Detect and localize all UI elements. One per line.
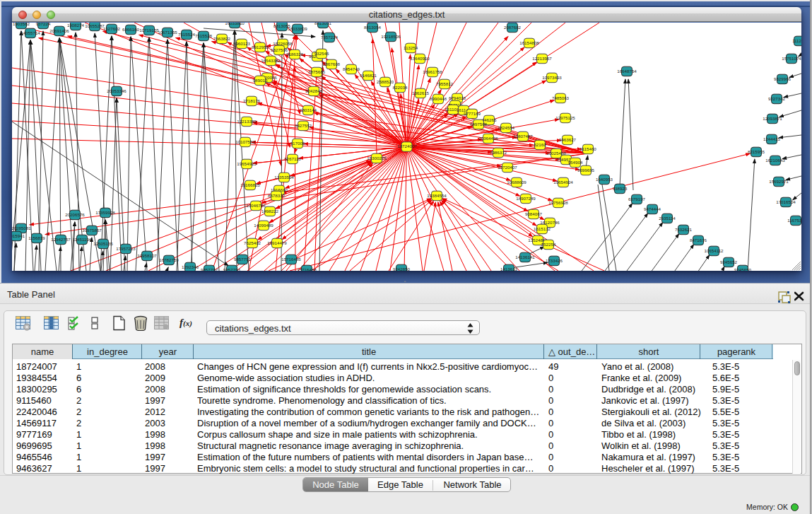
svg-text:10046786: 10046786 (246, 203, 266, 208)
svg-text:7632621: 7632621 (675, 227, 693, 232)
svg-text:3824554: 3824554 (498, 125, 515, 130)
svg-text:8813051: 8813051 (314, 23, 332, 25)
svg-text:16914479: 16914479 (267, 240, 287, 245)
svg-text:6794028: 6794028 (449, 95, 466, 100)
svg-text:2718176: 2718176 (243, 98, 261, 103)
svg-text:10671355: 10671355 (158, 30, 177, 35)
svg-text:16154808: 16154808 (519, 40, 539, 45)
svg-text:17957223: 17957223 (116, 246, 136, 251)
svg-text:9857791: 9857791 (234, 257, 252, 262)
svg-text:7663822: 7663822 (213, 36, 231, 41)
svg-text:10958107: 10958107 (137, 253, 157, 258)
svg-text:9227342: 9227342 (768, 96, 786, 101)
svg-text:8427552: 8427552 (295, 123, 312, 128)
svg-text:20691406: 20691406 (49, 28, 69, 33)
svg-text:938923: 938923 (613, 186, 628, 191)
svg-text:10655287: 10655287 (85, 23, 105, 28)
svg-text:15716485: 15716485 (281, 257, 301, 262)
svg-text:917006: 917006 (290, 141, 305, 146)
svg-text:15300275: 15300275 (367, 156, 387, 160)
svg-text:19166825: 19166825 (240, 182, 260, 187)
svg-text:15751074: 15751074 (782, 56, 801, 61)
svg-text:9242850: 9242850 (393, 267, 411, 271)
svg-text:14099489: 14099489 (254, 223, 273, 228)
svg-text:19218506: 19218506 (381, 34, 401, 39)
svg-text:1156819: 1156819 (28, 235, 45, 240)
svg-text:7485063: 7485063 (552, 95, 570, 100)
svg-text:8471676: 8471676 (690, 238, 707, 243)
svg-text:7955812: 7955812 (436, 81, 454, 86)
svg-text:9084067: 9084067 (525, 211, 543, 216)
svg-text:14055714: 14055714 (20, 30, 40, 35)
svg-text:15692971: 15692971 (769, 179, 789, 184)
svg-text:18724007: 18724007 (397, 144, 417, 148)
svg-text:7986372: 7986372 (490, 150, 507, 155)
svg-text:20206576: 20206576 (65, 212, 85, 217)
svg-text:954904: 954904 (568, 160, 583, 165)
svg-text:2867608: 2867608 (323, 62, 341, 66)
svg-text:1527602: 1527602 (103, 26, 121, 31)
svg-text:9474444: 9474444 (644, 206, 661, 211)
svg-text:8454749: 8454749 (343, 66, 360, 71)
svg-text:9245650: 9245650 (734, 267, 752, 271)
svg-text:989013: 989013 (253, 78, 268, 83)
svg-text:2588520: 2588520 (377, 79, 394, 84)
svg-text:9329966: 9329966 (774, 76, 792, 81)
svg-text:822034: 822034 (393, 85, 408, 90)
svg-text:1903582: 1903582 (13, 23, 30, 26)
svg-text:11451194: 11451194 (73, 237, 92, 242)
svg-text:8215955: 8215955 (748, 149, 765, 154)
svg-text:16648764: 16648764 (617, 69, 637, 74)
svg-text:1413613: 1413613 (500, 267, 518, 271)
svg-text:7357224: 7357224 (321, 35, 339, 40)
svg-text:7625402: 7625402 (244, 240, 261, 245)
svg-text:19654923: 19654923 (237, 161, 257, 166)
svg-text:2803144: 2803144 (300, 107, 317, 112)
svg-text:12213967: 12213967 (532, 56, 552, 61)
svg-text:9146821: 9146821 (360, 73, 377, 78)
svg-text:12505135: 12505135 (93, 241, 113, 246)
svg-text:113254: 113254 (404, 45, 418, 50)
svg-text:1640953: 1640953 (596, 177, 613, 182)
svg-text:111243: 111243 (792, 38, 801, 43)
svg-text:9857792: 9857792 (201, 267, 218, 271)
svg-text:1615132: 1615132 (534, 226, 551, 231)
svg-text:19654924: 19654924 (553, 180, 573, 185)
svg-text:16033810: 16033810 (225, 23, 245, 25)
svg-text:10807487: 10807487 (513, 134, 533, 139)
svg-text:12942757: 12942757 (51, 237, 71, 242)
svg-text:13353594: 13353594 (274, 175, 294, 180)
svg-text:20053346: 20053346 (107, 88, 126, 93)
svg-text:10654112: 10654112 (704, 248, 724, 253)
svg-text:1908274: 1908274 (67, 23, 85, 28)
svg-text:20285081: 20285081 (12, 226, 31, 230)
svg-text:8960123: 8960123 (233, 41, 251, 46)
svg-text:1498222: 1498222 (261, 209, 279, 214)
svg-text:7515528: 7515528 (195, 33, 213, 38)
svg-text:8912955: 8912955 (252, 45, 269, 49)
svg-text:15716488: 15716488 (297, 267, 317, 271)
svg-text:8678332: 8678332 (268, 193, 286, 198)
svg-text:252254: 252254 (541, 242, 556, 247)
svg-text:16961758: 16961758 (423, 69, 442, 74)
svg-text:17359928: 17359928 (95, 210, 115, 215)
svg-text:9245652: 9245652 (720, 259, 738, 264)
svg-text:932546: 932546 (314, 51, 329, 56)
svg-text:20364436: 20364436 (478, 136, 498, 141)
svg-text:9699695: 9699695 (577, 168, 595, 173)
svg-text:9463627: 9463627 (559, 137, 577, 142)
svg-text:13640910: 13640910 (410, 56, 430, 61)
svg-text:17016504: 17016504 (776, 199, 796, 204)
svg-text:8990448: 8990448 (430, 96, 447, 101)
svg-text:1733426: 1733426 (546, 258, 563, 263)
svg-text:16033809: 16033809 (288, 26, 307, 31)
svg-text:9115460: 9115460 (579, 146, 596, 151)
svg-text:6579197: 6579197 (628, 197, 646, 201)
svg-text:19384554: 19384554 (427, 193, 447, 198)
svg-text:10688609: 10688609 (507, 180, 526, 185)
svg-text:10719155: 10719155 (139, 28, 159, 33)
svg-text:2935114: 2935114 (659, 216, 676, 221)
svg-text:10973493: 10973493 (542, 75, 562, 80)
svg-text:1362615: 1362615 (412, 90, 430, 95)
svg-text:16782759: 16782759 (159, 257, 179, 262)
